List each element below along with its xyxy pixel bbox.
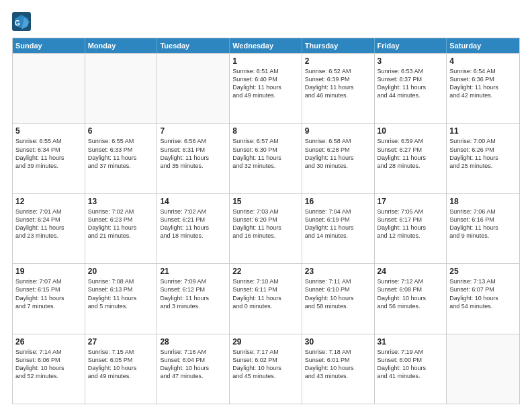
day-number: 15 (232, 197, 299, 206)
day-info: Sunrise: 6:53 AM Sunset: 6:37 PM Dayligh… (378, 67, 444, 100)
day-number: 28 (160, 337, 226, 347)
calendar-row-4: 26Sunrise: 7:14 AM Sunset: 6:06 PM Dayli… (13, 334, 519, 404)
calendar-header: SundayMondayTuesdayWednesdayThursdayFrid… (13, 38, 519, 53)
calendar-row-3: 19Sunrise: 7:07 AM Sunset: 6:15 PM Dayli… (13, 263, 519, 333)
day-cell-empty-4-6 (447, 334, 519, 404)
day-info: Sunrise: 7:19 AM Sunset: 6:00 PM Dayligh… (378, 348, 444, 381)
day-cell-13: 13Sunrise: 7:02 AM Sunset: 6:23 PM Dayli… (85, 194, 158, 263)
header: G (12, 12, 520, 31)
day-cell-10: 10Sunrise: 6:59 AM Sunset: 6:27 PM Dayli… (375, 124, 447, 193)
day-info: Sunrise: 6:54 AM Sunset: 6:36 PM Dayligh… (449, 67, 517, 100)
day-cell-empty-0-1 (85, 54, 158, 123)
logo-icon: G (12, 12, 31, 31)
day-info: Sunrise: 7:10 AM Sunset: 6:11 PM Dayligh… (232, 277, 299, 310)
day-info: Sunrise: 6:56 AM Sunset: 6:31 PM Dayligh… (160, 137, 226, 170)
day-number: 1 (232, 56, 299, 66)
day-number: 25 (449, 267, 517, 276)
calendar-row-2: 12Sunrise: 7:01 AM Sunset: 6:24 PM Dayli… (13, 193, 519, 263)
day-cell-14: 14Sunrise: 7:02 AM Sunset: 6:21 PM Dayli… (157, 194, 230, 263)
day-cell-24: 24Sunrise: 7:12 AM Sunset: 6:08 PM Dayli… (375, 264, 447, 333)
day-cell-empty-0-2 (157, 54, 230, 123)
day-cell-9: 9Sunrise: 6:58 AM Sunset: 6:28 PM Daylig… (302, 124, 375, 193)
weekday-header-friday: Friday (375, 38, 447, 53)
day-number: 31 (378, 337, 444, 347)
weekday-header-saturday: Saturday (447, 38, 519, 53)
weekday-header-tuesday: Tuesday (157, 38, 230, 53)
day-info: Sunrise: 7:06 AM Sunset: 6:16 PM Dayligh… (449, 208, 517, 240)
page: G SundayMondayTuesdayWednesdayThursdayFr… (0, 0, 532, 411)
day-number: 9 (305, 126, 371, 136)
day-number: 18 (449, 197, 517, 206)
day-info: Sunrise: 7:17 AM Sunset: 6:02 PM Dayligh… (232, 348, 299, 381)
day-number: 17 (378, 197, 444, 206)
calendar: SundayMondayTuesdayWednesdayThursdayFrid… (12, 38, 520, 404)
calendar-row-1: 5Sunrise: 6:55 AM Sunset: 6:34 PM Daylig… (13, 123, 519, 193)
svg-text:G: G (15, 19, 20, 27)
day-cell-4: 4Sunrise: 6:54 AM Sunset: 6:36 PM Daylig… (447, 54, 519, 123)
day-cell-23: 23Sunrise: 7:11 AM Sunset: 6:10 PM Dayli… (302, 264, 375, 333)
day-cell-5: 5Sunrise: 6:55 AM Sunset: 6:34 PM Daylig… (13, 124, 85, 193)
calendar-row-0: 1Sunrise: 6:51 AM Sunset: 6:40 PM Daylig… (13, 53, 519, 123)
day-info: Sunrise: 7:08 AM Sunset: 6:13 PM Dayligh… (88, 277, 154, 310)
day-cell-8: 8Sunrise: 6:57 AM Sunset: 6:30 PM Daylig… (230, 124, 302, 193)
day-info: Sunrise: 7:11 AM Sunset: 6:10 PM Dayligh… (305, 277, 371, 310)
weekday-header-wednesday: Wednesday (230, 38, 302, 53)
day-info: Sunrise: 7:00 AM Sunset: 6:26 PM Dayligh… (449, 137, 517, 170)
day-number: 24 (378, 267, 444, 276)
day-number: 29 (232, 337, 299, 347)
day-number: 20 (88, 267, 154, 276)
day-number: 7 (160, 126, 226, 136)
day-number: 19 (15, 267, 82, 276)
day-info: Sunrise: 7:14 AM Sunset: 6:06 PM Dayligh… (15, 348, 82, 381)
day-number: 27 (88, 337, 154, 347)
day-cell-22: 22Sunrise: 7:10 AM Sunset: 6:11 PM Dayli… (230, 264, 302, 333)
day-number: 16 (305, 197, 371, 206)
logo: G (12, 12, 33, 31)
day-info: Sunrise: 6:55 AM Sunset: 6:33 PM Dayligh… (88, 137, 154, 170)
day-number: 6 (88, 126, 154, 136)
day-info: Sunrise: 6:58 AM Sunset: 6:28 PM Dayligh… (305, 137, 371, 170)
day-info: Sunrise: 7:07 AM Sunset: 6:15 PM Dayligh… (15, 277, 82, 310)
day-info: Sunrise: 6:52 AM Sunset: 6:39 PM Dayligh… (305, 67, 371, 100)
day-info: Sunrise: 6:59 AM Sunset: 6:27 PM Dayligh… (378, 137, 444, 170)
day-cell-28: 28Sunrise: 7:16 AM Sunset: 6:04 PM Dayli… (157, 334, 230, 404)
day-number: 23 (305, 267, 371, 276)
day-number: 30 (305, 337, 371, 347)
day-number: 3 (378, 56, 444, 66)
day-info: Sunrise: 7:02 AM Sunset: 6:23 PM Dayligh… (88, 208, 154, 240)
day-cell-2: 2Sunrise: 6:52 AM Sunset: 6:39 PM Daylig… (302, 54, 375, 123)
day-info: Sunrise: 6:55 AM Sunset: 6:34 PM Dayligh… (15, 137, 82, 170)
day-number: 14 (160, 197, 226, 206)
day-info: Sunrise: 7:16 AM Sunset: 6:04 PM Dayligh… (160, 348, 226, 381)
day-info: Sunrise: 7:03 AM Sunset: 6:20 PM Dayligh… (232, 208, 299, 240)
day-number: 2 (305, 56, 371, 66)
day-number: 26 (15, 337, 82, 347)
day-number: 8 (232, 126, 299, 136)
day-cell-20: 20Sunrise: 7:08 AM Sunset: 6:13 PM Dayli… (85, 264, 158, 333)
weekday-header-monday: Monday (85, 38, 158, 53)
day-cell-29: 29Sunrise: 7:17 AM Sunset: 6:02 PM Dayli… (230, 334, 302, 404)
day-number: 5 (15, 126, 82, 136)
day-cell-27: 27Sunrise: 7:15 AM Sunset: 6:05 PM Dayli… (85, 334, 158, 404)
day-info: Sunrise: 7:15 AM Sunset: 6:05 PM Dayligh… (88, 348, 154, 381)
day-number: 21 (160, 267, 226, 276)
day-cell-30: 30Sunrise: 7:18 AM Sunset: 6:01 PM Dayli… (302, 334, 375, 404)
day-info: Sunrise: 7:09 AM Sunset: 6:12 PM Dayligh… (160, 277, 226, 310)
day-number: 10 (378, 126, 444, 136)
day-cell-26: 26Sunrise: 7:14 AM Sunset: 6:06 PM Dayli… (13, 334, 85, 404)
day-cell-11: 11Sunrise: 7:00 AM Sunset: 6:26 PM Dayli… (447, 124, 519, 193)
day-number: 12 (15, 197, 82, 206)
day-cell-18: 18Sunrise: 7:06 AM Sunset: 6:16 PM Dayli… (447, 194, 519, 263)
day-cell-12: 12Sunrise: 7:01 AM Sunset: 6:24 PM Dayli… (13, 194, 85, 263)
day-cell-6: 6Sunrise: 6:55 AM Sunset: 6:33 PM Daylig… (85, 124, 158, 193)
day-cell-15: 15Sunrise: 7:03 AM Sunset: 6:20 PM Dayli… (230, 194, 302, 263)
day-number: 13 (88, 197, 154, 206)
day-info: Sunrise: 7:05 AM Sunset: 6:17 PM Dayligh… (378, 208, 444, 240)
day-number: 11 (449, 126, 517, 136)
day-cell-3: 3Sunrise: 6:53 AM Sunset: 6:37 PM Daylig… (375, 54, 447, 123)
day-info: Sunrise: 7:12 AM Sunset: 6:08 PM Dayligh… (378, 277, 444, 310)
day-info: Sunrise: 7:04 AM Sunset: 6:19 PM Dayligh… (305, 208, 371, 240)
day-info: Sunrise: 6:51 AM Sunset: 6:40 PM Dayligh… (232, 67, 299, 100)
calendar-body: 1Sunrise: 6:51 AM Sunset: 6:40 PM Daylig… (13, 53, 519, 404)
day-number: 4 (449, 56, 517, 66)
